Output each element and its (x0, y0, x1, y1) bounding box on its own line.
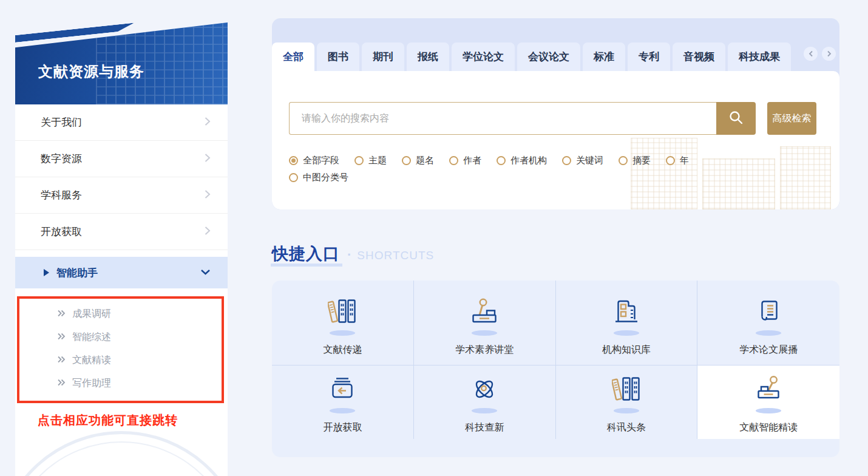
podium-icon (470, 297, 499, 328)
tab-journals[interactable]: 期刊 (362, 42, 404, 71)
radio-label: 摘要 (632, 155, 651, 166)
sidebar-menu: 关于我们 数字资源 学科服务 开放获取 智能助手 成果调研 (15, 104, 228, 476)
sidebar-item-label: 数字资源 (41, 152, 204, 166)
stamp-icon (754, 375, 783, 406)
radio-label: 作者机构 (510, 155, 547, 166)
search-icon (728, 109, 744, 127)
submenu-item-label: 智能综述 (72, 331, 111, 344)
radio-label: 主题 (368, 155, 387, 166)
radio-label: 全部字段 (303, 155, 339, 166)
title-separator-dot: · (347, 247, 351, 263)
submenu-item-label: 文献精读 (72, 354, 111, 367)
shortcuts-grid: 文献传递 学术素养讲堂 机构知识库 (272, 280, 839, 457)
radio-label: 年 (680, 155, 689, 166)
icon-shadow (472, 408, 497, 413)
shortcut-academic-literacy-lectures[interactable]: 学术素养讲堂 (414, 280, 556, 365)
shortcut-sci-news-headlines[interactable]: 科讯头条 (556, 365, 698, 439)
tab-audio-video[interactable]: 音视频 (673, 42, 725, 71)
sidebar-item-digital-resources[interactable]: 数字资源 (15, 141, 228, 177)
icon-shadow (756, 330, 781, 336)
radio-icon (449, 156, 458, 165)
shortcut-open-access[interactable]: 开放获取 (272, 365, 414, 439)
tab-patents[interactable]: 专利 (628, 42, 670, 71)
tab-scroll-left-button[interactable] (804, 47, 818, 61)
icon-shadow (614, 330, 639, 336)
radio-field-author-affiliation[interactable]: 作者机构 (497, 155, 547, 166)
submenu-item-literature-reading[interactable]: 文献精读 (19, 348, 222, 372)
submenu-item-label: 成果调研 (72, 308, 111, 321)
submenu-item-achievement-research[interactable]: 成果调研 (19, 302, 222, 325)
double-chevron-icon (57, 332, 66, 342)
chevron-right-icon (204, 225, 211, 239)
chevron-left-icon (809, 49, 813, 59)
tab-conference-papers[interactable]: 会议论文 (517, 42, 580, 71)
shortcut-label: 文献智能精读 (739, 421, 798, 434)
radio-icon (666, 156, 675, 165)
search-button[interactable] (716, 102, 756, 135)
search-card: 全部 图书 期刊 报纸 学位论文 会议论文 标准 专利 音视频 科技成果 高级检… (272, 18, 839, 209)
radio-field-abstract[interactable]: 摘要 (619, 155, 651, 166)
annotation-text: 点击相应功能可直接跳转 (38, 412, 228, 429)
sidebar-item-subject-services[interactable]: 学科服务 (15, 177, 228, 214)
tab-scroll-controls (804, 42, 836, 71)
radio-icon (289, 173, 298, 182)
section-subtitle-text: SHORTCUTS (357, 249, 434, 262)
chevron-down-icon (200, 267, 211, 278)
tab-degree-theses[interactable]: 学位论文 (452, 42, 515, 71)
chevron-right-icon (204, 189, 211, 202)
radio-field-all[interactable]: 全部字段 (289, 155, 339, 166)
submenu-item-smart-review[interactable]: 智能综述 (19, 325, 222, 348)
tab-scroll-right-button[interactable] (822, 47, 836, 61)
shortcut-label: 机构知识库 (602, 344, 651, 356)
radio-field-title[interactable]: 题名 (402, 155, 434, 166)
sidebar-item-label: 智能助手 (56, 266, 200, 280)
sidebar-item-about[interactable]: 关于我们 (15, 104, 228, 141)
shortcut-label: 学术论文展播 (739, 344, 798, 356)
sidebar-header: 文献资源与服务 (15, 18, 228, 104)
tab-all[interactable]: 全部 (272, 42, 314, 71)
icon-shadow (756, 408, 781, 413)
annotation-highlight-box: 成果调研 智能综述 文献精读 写作助理 (17, 296, 224, 403)
shortcuts-section-title: 快捷入口 · SHORTCUTS (272, 243, 434, 265)
submenu-item-label: 写作助理 (72, 377, 111, 390)
resource-type-tabs: 全部 图书 期刊 报纸 学位论文 会议论文 标准 专利 音视频 科技成果 (272, 42, 839, 71)
search-field-options: 全部字段 主题 题名 作者 作者机构 关键词 (289, 155, 726, 189)
tab-sci-tech-achievements[interactable]: 科技成果 (728, 42, 791, 71)
radio-icon (619, 156, 628, 165)
tab-standards[interactable]: 标准 (583, 42, 625, 71)
sidebar-header-banner (15, 18, 228, 104)
repository-icon (612, 297, 641, 328)
shortcut-label: 科讯头条 (607, 421, 646, 434)
books-icon (328, 297, 357, 328)
radio-icon (354, 156, 364, 165)
double-chevron-icon (57, 355, 66, 365)
advanced-search-button[interactable]: 高级检索 (767, 102, 816, 135)
shortcut-institutional-repository[interactable]: 机构知识库 (556, 280, 698, 365)
sidebar-title: 文献资源与服务 (38, 62, 144, 81)
chevron-right-icon (827, 49, 832, 59)
shortcut-label: 文献传递 (323, 344, 362, 356)
sidebar-item-open-access[interactable]: 开放获取 (15, 214, 228, 250)
shortcut-document-delivery[interactable]: 文献传递 (272, 280, 414, 365)
shortcut-academic-paper-showcase[interactable]: 学术论文展播 (697, 280, 839, 365)
tab-books[interactable]: 图书 (317, 42, 359, 71)
radio-icon (497, 156, 506, 165)
radio-field-keyword[interactable]: 关键词 (562, 155, 603, 166)
search-input[interactable] (289, 102, 716, 135)
icon-shadow (614, 408, 639, 413)
radio-icon (289, 156, 298, 165)
submenu-item-writing-assistant[interactable]: 写作助理 (19, 372, 222, 395)
chevron-right-icon (204, 152, 211, 166)
radio-field-author[interactable]: 作者 (449, 155, 481, 166)
icon-shadow (330, 408, 355, 413)
radio-field-topic[interactable]: 主题 (354, 155, 387, 166)
tab-newspapers[interactable]: 报纸 (407, 42, 449, 71)
shortcut-label: 学术素养讲堂 (455, 344, 514, 356)
section-title-text: 快捷入口 (272, 243, 340, 265)
radio-field-year[interactable]: 年 (666, 155, 689, 166)
sidebar-item-label: 学科服务 (41, 188, 204, 202)
sidebar-item-smart-assistant[interactable]: 智能助手 (15, 257, 228, 288)
shortcut-intelligent-literature-reading[interactable]: 文献智能精读 (697, 365, 839, 439)
shortcut-sci-tech-novelty-search[interactable]: 科技查新 (414, 365, 556, 439)
radio-field-clc-number[interactable]: 中图分类号 (289, 172, 348, 183)
